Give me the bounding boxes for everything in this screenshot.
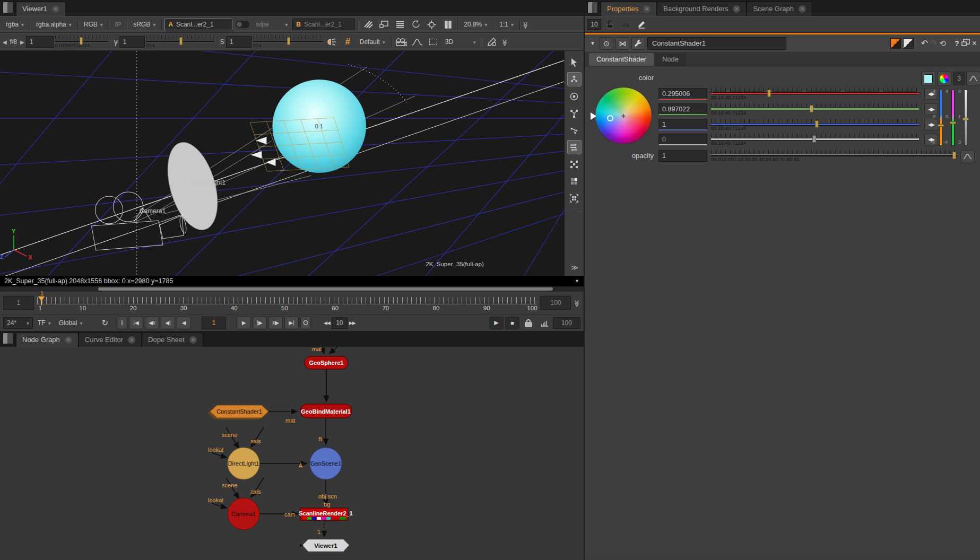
hide-input-icon[interactable]: ⋈ (615, 37, 629, 50)
saturation-slider[interactable]: 014 (253, 35, 323, 49)
rotate-tool-icon[interactable] (567, 89, 582, 103)
marquee-select-icon[interactable] (426, 35, 440, 49)
node-scanlinerender2-1[interactable]: ScanlineRender2_1 (299, 508, 353, 520)
close-icon[interactable] (189, 336, 197, 344)
tab-dope-sheet[interactable]: Dope Sheet (142, 332, 203, 347)
color-swatch-button[interactable] (921, 72, 935, 85)
proxy-stripes-icon[interactable] (361, 18, 375, 32)
node-geoscene1[interactable]: GeoScene1 (310, 448, 342, 479)
help-button[interactable]: ? (955, 39, 959, 48)
opacity-curve-button[interactable] (960, 150, 975, 162)
lock-camera-icon[interactable] (394, 35, 409, 49)
pane-split-icon[interactable] (587, 2, 598, 13)
green-value-field[interactable]: 0.897022 (658, 103, 707, 115)
split-view-icon[interactable] (567, 174, 582, 188)
center-node-icon[interactable]: ⊙ (600, 37, 613, 50)
scale-tool-icon[interactable] (567, 106, 582, 120)
alpha-slider[interactable]: 00.10.40.71234 (711, 134, 919, 146)
tab-constantshader[interactable]: ConstantShader (589, 53, 654, 66)
clear-panels-icon[interactable]: ≡x (619, 18, 633, 32)
jump-forward-button[interactable]: ▶▶ (349, 320, 355, 326)
node-name-field[interactable]: ConstantShader1 (647, 37, 786, 50)
toolstrip-more-chevron[interactable]: ≫ (571, 264, 577, 272)
red-green-vertical-slider[interactable] (939, 90, 942, 146)
close-icon[interactable] (52, 5, 59, 13)
color-wheel-button[interactable] (937, 72, 951, 85)
layer-dropdown[interactable]: rgba (3, 19, 27, 30)
close-icon[interactable] (799, 5, 806, 13)
close-panel-icon[interactable]: × (972, 39, 977, 48)
play-forward-button[interactable]: ▶ (237, 317, 251, 329)
flipbook-stop-icon[interactable]: ■ (505, 317, 519, 329)
fstop-prev-button[interactable]: ◀ (3, 39, 7, 45)
range-end-field[interactable]: 100 (540, 296, 571, 310)
pane-split-icon[interactable] (3, 332, 13, 344)
red-channel-arrows-icon[interactable]: ◀▶ (924, 88, 938, 100)
color-sample-eyedropper-icon[interactable]: i (485, 35, 499, 49)
channel-count-button[interactable]: 3 (953, 72, 965, 85)
tab-curve-editor[interactable]: Curve Editor (79, 332, 142, 347)
undo-icon[interactable]: ↶ (921, 38, 928, 48)
display-channel-dropdown[interactable]: RGB (81, 19, 106, 30)
select-tool-icon[interactable] (567, 55, 582, 69)
close-icon[interactable] (128, 336, 135, 344)
max-panels-field[interactable]: 10 (587, 19, 601, 30)
refresh-icon[interactable] (409, 18, 423, 32)
input-process-toggle[interactable]: IP (112, 19, 124, 30)
edit-pencil-icon[interactable] (635, 18, 649, 32)
current-frame-field[interactable]: 1 (202, 317, 226, 329)
value-vertical-slider[interactable] (964, 90, 967, 146)
go-to-start-button[interactable]: |◀ (129, 317, 143, 329)
translate-tool-icon[interactable] (567, 72, 582, 86)
view-mode-dropdown[interactable]: 3D (442, 36, 479, 48)
node-geobindmaterial1[interactable]: GeoBindMaterial1 (300, 404, 352, 418)
fps-dropdown[interactable]: 24* (3, 317, 33, 329)
wrench-icon[interactable] (631, 37, 645, 50)
step-back-button[interactable]: ◀| (161, 317, 175, 329)
pane-split-icon[interactable] (3, 2, 13, 13)
animation-curve-button[interactable] (966, 72, 980, 85)
wipe-mode-dropdown[interactable]: wipe (253, 19, 291, 30)
color-wheel[interactable]: + (595, 88, 652, 144)
timeline-ruler[interactable]: 1102030405060708090100 1 (37, 292, 537, 313)
status-dropdown-icon[interactable]: ▼ (575, 278, 579, 284)
close-icon[interactable] (65, 336, 72, 344)
scanlines-icon[interactable] (393, 18, 407, 32)
snap-grid-icon[interactable] (567, 157, 582, 171)
3d-viewport[interactable]: 0.1 (0, 51, 564, 276)
node-viewer1[interactable]: Viewer1 (300, 539, 349, 552)
red-value-field[interactable]: 0.295006 (658, 88, 707, 100)
play-backward-button[interactable]: ◀ (177, 317, 191, 329)
loop-mode-button[interactable]: ↻ (101, 318, 108, 328)
tab-node[interactable]: Node (655, 53, 686, 66)
lock-range-icon[interactable] (521, 316, 535, 330)
gain-field[interactable]: 1 (26, 36, 54, 48)
close-icon[interactable] (733, 5, 740, 13)
more-options-chevron[interactable]: ≫ (501, 39, 509, 45)
multipane-layout-icon[interactable] (567, 140, 582, 154)
panel-color-swatch[interactable] (903, 38, 914, 49)
wipe-toggle[interactable] (236, 21, 249, 28)
float-panel-icon[interactable] (961, 39, 970, 48)
set-in-button[interactable]: I (117, 317, 127, 329)
blue-channel-arrows-icon[interactable]: ◀▶ (924, 119, 938, 130)
jump-back-button[interactable]: ◀◀ (324, 320, 330, 326)
node-geosphere1[interactable]: GeoSphere1 (305, 356, 348, 369)
frame-view-icon[interactable] (567, 191, 582, 205)
blue-slider[interactable]: 00.10.40.71234 (711, 119, 919, 132)
node-menu-arrow-icon[interactable]: ▼ (588, 40, 597, 46)
magenta-green-vertical-slider[interactable] (951, 90, 955, 146)
previous-keyframe-button[interactable]: ◀x (145, 317, 159, 329)
unlocked-padlock-icon[interactable] (603, 18, 617, 32)
gain-curve-icon[interactable] (410, 35, 424, 49)
viewer-hscrollbar[interactable] (0, 286, 584, 292)
tab-properties[interactable]: Properties (601, 2, 657, 16)
roi-windows-icon[interactable] (377, 18, 391, 32)
node-directlight1[interactable]: DirectLight1 (228, 448, 259, 479)
clipping-gizmo-icon[interactable] (424, 18, 439, 32)
blue-value-field[interactable]: 1 (658, 119, 707, 130)
tab-node-graph[interactable]: Node Graph (16, 332, 79, 347)
saturation-field[interactable]: 1 (226, 36, 251, 48)
alpha-value-field[interactable]: 0 (658, 134, 707, 145)
node-graph-canvas[interactable]: mat mat scene axis lookat B A scene axis… (0, 347, 584, 560)
